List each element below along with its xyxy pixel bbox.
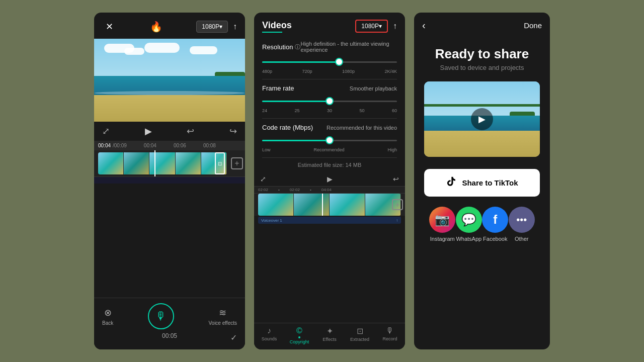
share-instagram[interactable]: 📷 Instagram	[429, 207, 455, 242]
tab-extracted[interactable]: ⊡ Extracted	[345, 326, 375, 344]
playhead	[154, 150, 155, 176]
s2-video-strip: +	[254, 194, 405, 216]
expand-icon[interactable]: ⤢	[102, 126, 110, 137]
resolution-header: Resolution ⓘ High definition - the ultim…	[262, 41, 397, 53]
voice-effects-button[interactable]: ≋ Voice effects	[208, 307, 237, 326]
close-button[interactable]: ✕	[102, 20, 116, 34]
strip-frame-2	[124, 152, 149, 174]
strip-frame-3	[149, 152, 175, 174]
bottom-controls: ⊗ Back 🎙 ≋ Voice effects	[102, 303, 237, 329]
time-separator: /00:09	[113, 143, 127, 148]
record-icon: 🎙	[386, 326, 394, 335]
resolution-fill	[262, 61, 339, 63]
tab-copyright-label: Copyright	[290, 339, 309, 344]
s2-undo-icon[interactable]: ↩	[393, 175, 399, 183]
file-size: Estimated file size: 14 MB	[254, 158, 405, 172]
s3-main: Ready to share Saved to device and proje…	[414, 36, 550, 250]
undo-icon[interactable]: ↩	[187, 126, 194, 137]
play-circle[interactable]: ▶	[471, 108, 493, 130]
tab-record[interactable]: 🎙 Record	[375, 326, 405, 344]
s2-voiceover-bar: Voiceover 1 ↑	[258, 217, 401, 224]
voiceover-label: Voiceover 1	[261, 218, 282, 223]
mic-button[interactable]: 🎙	[148, 303, 174, 329]
upload-icon[interactable]: ↑	[233, 22, 237, 31]
s2-upload-icon[interactable]: ↑	[393, 22, 397, 31]
tiktok-btn-label: Share to TikTok	[462, 178, 518, 187]
resolution-button[interactable]: 1080P▾	[196, 21, 228, 33]
other-icon: •••	[509, 207, 535, 233]
code-rate-fill	[262, 140, 330, 141]
instagram-icon: 📷	[429, 207, 455, 233]
whatsapp-icon: 💬	[456, 207, 482, 233]
timeline-track[interactable]: ⊡ +	[94, 150, 245, 176]
done-button[interactable]: Done	[524, 21, 542, 30]
share-other[interactable]: ••• Other	[509, 207, 535, 242]
frame-rate-slider[interactable]	[262, 96, 397, 106]
frame-rate-section: Frame rate Smoother playback 24 25 30 50…	[254, 79, 405, 118]
resolution-slider[interactable]	[262, 57, 397, 67]
screen-2: Videos 1080P▾ ↑ Resolution ⓘ High defini…	[254, 13, 405, 349]
code-rate-title: Code rate (Mbps)	[262, 124, 313, 131]
cloud-3	[144, 43, 180, 53]
time-marker-1: 00:04	[144, 143, 156, 148]
whatsapp-label: WhatsApp	[456, 236, 481, 242]
clip-marker: ⊡	[215, 152, 225, 174]
flame-icon: 🔥	[150, 21, 163, 33]
video-strip	[98, 152, 227, 174]
tab-sounds[interactable]: ♪ Sounds	[254, 326, 284, 344]
code-rate-slider[interactable]	[262, 135, 397, 145]
tiktok-share-button[interactable]: Share to TikTok	[424, 169, 540, 197]
facebook-icon: f	[482, 207, 508, 233]
timestamp-value: 00:05	[162, 332, 177, 339]
screen-1: ✕ 🔥 1080P▾ ↑ ⤢ ▶ ↩ ↪	[94, 13, 245, 349]
s2-preview-controls: ⤢ ▶ ↩	[254, 172, 405, 187]
share-facebook[interactable]: f Facebook	[482, 207, 508, 242]
video-thumbnail[interactable]: ▶	[424, 81, 540, 157]
checkmark-icon[interactable]: ✓	[230, 333, 237, 342]
code-rate-labels: Low Recommended High	[262, 147, 397, 152]
mic-icon: 🎙	[155, 310, 167, 323]
s2-bottom-tabs: ♪ Sounds © Copyright ✦ Effects ⊡ Extract…	[254, 323, 405, 349]
s3-back-button[interactable]: ‹	[422, 20, 426, 31]
frame-rate-thumb[interactable]	[326, 97, 334, 105]
time-bar: 00:04 /00:09 00:04 00:06 00:08	[94, 141, 245, 150]
code-rate-thumb[interactable]	[326, 136, 334, 144]
tab-effects[interactable]: ✦ Effects	[314, 326, 345, 344]
clip-icon: ⊡	[218, 161, 222, 166]
s2-play-icon[interactable]: ▶	[327, 175, 333, 183]
s2-expand-icon[interactable]: ⤢	[260, 175, 266, 183]
s2-resolution-button[interactable]: 1080P▾	[355, 20, 388, 33]
play-button[interactable]: ▶	[145, 126, 152, 137]
resolution-desc: High definition - the ultimate viewing e…	[300, 41, 397, 53]
tiktok-icon	[446, 176, 457, 190]
video-preview	[94, 39, 245, 122]
extracted-icon: ⊡	[357, 326, 363, 336]
saved-text: Saved to device and projects	[424, 64, 540, 71]
s2-add-btn[interactable]: +	[392, 199, 403, 210]
resolution-thumb[interactable]	[335, 58, 343, 66]
back-icon: ⊗	[104, 307, 112, 318]
effects-icon: ✦	[327, 326, 333, 336]
redo-icon[interactable]: ↪	[229, 126, 237, 137]
time-marker-2: 00:06	[174, 143, 186, 148]
resolution-labels: 480p 720p 1080p 2K/4K	[262, 69, 397, 74]
cloud-2	[124, 48, 144, 55]
s2-playhead	[322, 194, 323, 216]
timeline-controls: ⤢ ▶ ↩ ↪	[94, 122, 245, 141]
bottom-bar: ⊗ Back 🎙 ≋ Voice effects 00:05	[94, 298, 245, 349]
other-label: Other	[515, 236, 529, 242]
copyright-icon: ©	[296, 326, 302, 335]
cloud-4	[190, 46, 217, 54]
voiceover-level: ↑	[396, 218, 398, 223]
timestamp: 00:05	[102, 332, 237, 339]
strip-frame-1	[98, 152, 124, 174]
add-clip-button[interactable]: +	[231, 157, 243, 169]
tab-copyright[interactable]: © Copyright	[284, 326, 314, 344]
voice-effects-label: Voice effects	[208, 320, 237, 326]
share-whatsapp[interactable]: 💬 WhatsApp	[456, 207, 482, 242]
share-grid: 📷 Instagram 💬 WhatsApp f Facebook	[424, 207, 540, 242]
back-button[interactable]: ⊗ Back	[102, 307, 113, 326]
code-rate-section: Code rate (Mbps) Recommended for this vi…	[254, 119, 405, 157]
s3-header: ‹ Done	[414, 13, 550, 36]
resolution-info-icon[interactable]: ⓘ	[295, 43, 300, 51]
